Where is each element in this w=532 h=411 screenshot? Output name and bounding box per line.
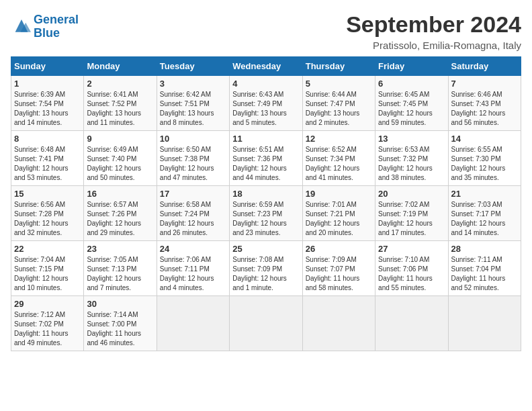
day-info: Sunrise: 7:04 AM Sunset: 7:15 PM Dayligh… [14,255,81,293]
calendar-cell: 12Sunrise: 6:52 AM Sunset: 7:34 PM Dayli… [302,130,375,185]
day-number: 12 [306,134,372,144]
day-number: 22 [14,244,81,254]
day-info: Sunrise: 7:14 AM Sunset: 7:00 PM Dayligh… [87,310,153,348]
day-info: Sunrise: 6:55 AM Sunset: 7:30 PM Dayligh… [451,145,518,183]
calendar-cell: 26Sunrise: 7:09 AM Sunset: 7:07 PM Dayli… [302,240,375,295]
day-number: 16 [87,189,153,199]
calendar-cell: 15Sunrise: 6:56 AM Sunset: 7:28 PM Dayli… [11,185,84,240]
calendar-week-3: 15Sunrise: 6:56 AM Sunset: 7:28 PM Dayli… [11,185,521,240]
day-number: 27 [378,244,445,254]
calendar-cell: 4Sunrise: 6:43 AM Sunset: 7:49 PM Daylig… [230,75,302,130]
month-title: September 2024 [346,11,521,38]
day-info: Sunrise: 7:03 AM Sunset: 7:17 PM Dayligh… [451,200,518,238]
day-number: 7 [451,79,518,89]
day-number: 13 [378,134,445,144]
day-number: 4 [232,79,299,89]
day-info: Sunrise: 7:06 AM Sunset: 7:11 PM Dayligh… [160,255,226,293]
calendar-cell [375,295,448,351]
calendar-cell: 7Sunrise: 6:46 AM Sunset: 7:43 PM Daylig… [448,75,521,130]
day-number: 29 [14,299,81,309]
day-info: Sunrise: 6:42 AM Sunset: 7:51 PM Dayligh… [160,90,226,128]
day-number: 2 [87,79,153,89]
day-number: 24 [160,244,226,254]
day-info: Sunrise: 6:46 AM Sunset: 7:43 PM Dayligh… [451,90,518,128]
calendar-cell: 18Sunrise: 6:59 AM Sunset: 7:23 PM Dayli… [230,185,302,240]
calendar-cell: 9Sunrise: 6:49 AM Sunset: 7:40 PM Daylig… [84,130,157,185]
day-number: 14 [451,134,518,144]
calendar-cell: 22Sunrise: 7:04 AM Sunset: 7:15 PM Dayli… [11,240,84,295]
calendar-cell: 17Sunrise: 6:58 AM Sunset: 7:24 PM Dayli… [157,185,229,240]
weekday-header-sunday: Sunday [11,56,84,75]
calendar-cell: 8Sunrise: 6:48 AM Sunset: 7:41 PM Daylig… [11,130,84,185]
calendar-cell: 11Sunrise: 6:51 AM Sunset: 7:36 PM Dayli… [230,130,302,185]
day-number: 23 [87,244,153,254]
logo: GeneralBlue [11,13,79,40]
calendar-cell: 30Sunrise: 7:14 AM Sunset: 7:00 PM Dayli… [84,295,157,351]
logo-text: GeneralBlue [34,13,79,40]
weekday-header-monday: Monday [84,56,157,75]
day-info: Sunrise: 6:45 AM Sunset: 7:45 PM Dayligh… [378,90,445,128]
logo-icon [11,17,32,36]
calendar-cell: 3Sunrise: 6:42 AM Sunset: 7:51 PM Daylig… [157,75,229,130]
page-header: GeneralBlue September 2024 Pratissolo, E… [11,11,521,51]
day-info: Sunrise: 7:10 AM Sunset: 7:06 PM Dayligh… [378,255,445,293]
day-number: 8 [14,134,81,144]
calendar-week-4: 22Sunrise: 7:04 AM Sunset: 7:15 PM Dayli… [11,240,521,295]
day-info: Sunrise: 7:02 AM Sunset: 7:19 PM Dayligh… [378,200,445,238]
day-number: 6 [378,79,445,89]
day-info: Sunrise: 7:09 AM Sunset: 7:07 PM Dayligh… [306,255,372,293]
day-info: Sunrise: 6:59 AM Sunset: 7:23 PM Dayligh… [232,200,299,238]
calendar-cell: 25Sunrise: 7:08 AM Sunset: 7:09 PM Dayli… [230,240,302,295]
location: Pratissolo, Emilia-Romagna, Italy [346,40,521,51]
calendar-cell: 19Sunrise: 7:01 AM Sunset: 7:21 PM Dayli… [302,185,375,240]
day-info: Sunrise: 6:49 AM Sunset: 7:40 PM Dayligh… [87,145,153,183]
calendar-cell: 5Sunrise: 6:44 AM Sunset: 7:47 PM Daylig… [302,75,375,130]
day-number: 26 [306,244,372,254]
weekday-header-saturday: Saturday [448,56,521,75]
day-info: Sunrise: 6:56 AM Sunset: 7:28 PM Dayligh… [14,200,81,238]
title-section: September 2024 Pratissolo, Emilia-Romagn… [346,11,521,51]
day-info: Sunrise: 7:08 AM Sunset: 7:09 PM Dayligh… [232,255,299,293]
day-info: Sunrise: 6:44 AM Sunset: 7:47 PM Dayligh… [306,90,372,128]
weekday-header-wednesday: Wednesday [230,56,302,75]
day-info: Sunrise: 6:48 AM Sunset: 7:41 PM Dayligh… [14,145,81,183]
calendar-cell: 20Sunrise: 7:02 AM Sunset: 7:19 PM Dayli… [375,185,448,240]
day-number: 15 [14,189,81,199]
day-number: 21 [451,189,518,199]
calendar-cell: 29Sunrise: 7:12 AM Sunset: 7:02 PM Dayli… [11,295,84,351]
day-number: 18 [232,189,299,199]
calendar-cell: 6Sunrise: 6:45 AM Sunset: 7:45 PM Daylig… [375,75,448,130]
calendar-cell [230,295,302,351]
calendar-week-2: 8Sunrise: 6:48 AM Sunset: 7:41 PM Daylig… [11,130,521,185]
calendar-cell: 16Sunrise: 6:57 AM Sunset: 7:26 PM Dayli… [84,185,157,240]
day-number: 17 [160,189,226,199]
day-number: 30 [87,299,153,309]
weekday-header-thursday: Thursday [302,56,375,75]
day-info: Sunrise: 6:58 AM Sunset: 7:24 PM Dayligh… [160,200,226,238]
day-info: Sunrise: 6:52 AM Sunset: 7:34 PM Dayligh… [306,145,372,183]
calendar-cell [157,295,229,351]
day-number: 20 [378,189,445,199]
calendar-cell: 2Sunrise: 6:41 AM Sunset: 7:52 PM Daylig… [84,75,157,130]
day-number: 11 [232,134,299,144]
calendar-cell: 24Sunrise: 7:06 AM Sunset: 7:11 PM Dayli… [157,240,229,295]
day-info: Sunrise: 7:12 AM Sunset: 7:02 PM Dayligh… [14,310,81,348]
day-info: Sunrise: 6:39 AM Sunset: 7:54 PM Dayligh… [14,90,81,128]
calendar-cell: 27Sunrise: 7:10 AM Sunset: 7:06 PM Dayli… [375,240,448,295]
calendar-cell: 1Sunrise: 6:39 AM Sunset: 7:54 PM Daylig… [11,75,84,130]
day-number: 1 [14,79,81,89]
day-info: Sunrise: 6:50 AM Sunset: 7:38 PM Dayligh… [160,145,226,183]
calendar-cell [448,295,521,351]
calendar-cell: 23Sunrise: 7:05 AM Sunset: 7:13 PM Dayli… [84,240,157,295]
weekday-header-row: SundayMondayTuesdayWednesdayThursdayFrid… [11,56,521,75]
day-info: Sunrise: 7:11 AM Sunset: 7:04 PM Dayligh… [451,255,518,293]
calendar-week-1: 1Sunrise: 6:39 AM Sunset: 7:54 PM Daylig… [11,75,521,130]
day-number: 5 [306,79,372,89]
weekday-header-friday: Friday [375,56,448,75]
day-number: 19 [306,189,372,199]
day-info: Sunrise: 7:05 AM Sunset: 7:13 PM Dayligh… [87,255,153,293]
calendar-cell: 10Sunrise: 6:50 AM Sunset: 7:38 PM Dayli… [157,130,229,185]
day-number: 10 [160,134,226,144]
calendar-cell: 14Sunrise: 6:55 AM Sunset: 7:30 PM Dayli… [448,130,521,185]
day-info: Sunrise: 6:41 AM Sunset: 7:52 PM Dayligh… [87,90,153,128]
